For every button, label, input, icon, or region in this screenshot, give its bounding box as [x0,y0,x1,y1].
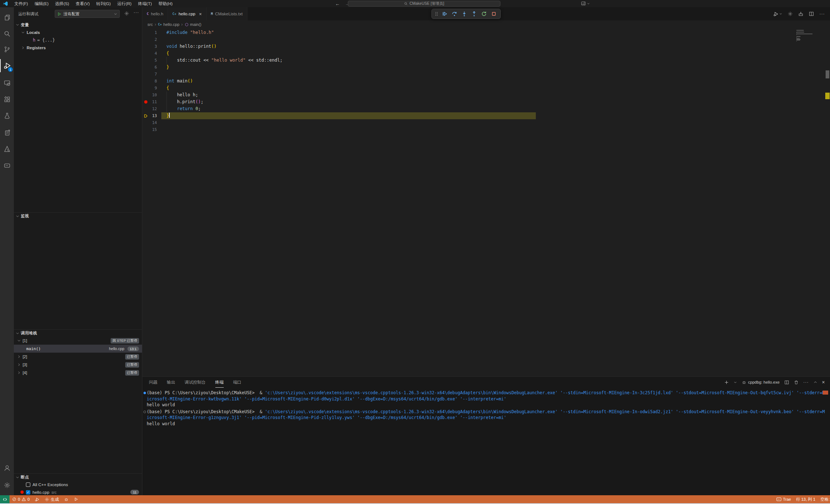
step-over-icon[interactable] [451,11,457,17]
menu-item-0[interactable]: 文件(F) [11,0,31,7]
explorer-icon[interactable] [0,11,14,24]
chat-icon[interactable] [0,159,14,172]
stop-icon[interactable] [491,11,497,17]
breakpoint-row-1[interactable]: ✓hello.cppsrc11 [14,488,142,496]
registers-group[interactable]: Registers [14,44,142,51]
new-terminal-icon[interactable] [724,380,729,385]
tab-CMakeLists.txt[interactable]: MCMakeLists.txt [207,7,247,20]
stack-thread-[4][interactable]: [4]已暂停 [14,369,142,377]
more-actions-icon[interactable]: ··· [819,11,825,16]
cursor-position[interactable]: 行 13, 列 1 [794,495,818,503]
run-and-debug-icon[interactable]: 1 [0,59,14,72]
overview-ruler[interactable] [825,28,830,376]
continue-icon[interactable] [442,11,447,17]
run-debug-icon[interactable] [773,11,782,17]
command-decoration[interactable] [143,411,146,413]
terminal-content[interactable]: (base) PS C:\Users\ziyou\Desktop\CMakeUS… [142,388,830,427]
stack-thread-[3][interactable]: [3]已暂停 [14,361,142,369]
remote-explorer-icon[interactable] [0,76,14,89]
chevron-down-icon [114,12,117,16]
minimap[interactable] [796,30,822,43]
breadcrumb-item-src[interactable]: src [147,22,153,27]
menu-item-7[interactable]: 帮助(H) [155,0,176,7]
chevron-down-icon[interactable] [734,381,737,384]
menu-item-6[interactable]: 终端(T) [135,0,155,7]
split-terminal-icon[interactable] [784,380,789,385]
step-into-icon[interactable] [461,11,467,17]
panel-tab-端口[interactable]: 端口 [233,377,242,388]
source-control-icon[interactable] [0,43,14,56]
tab-hello.h[interactable]: Chello.h [142,7,168,20]
menu-item-2[interactable]: 选择(S) [52,0,72,7]
menu-item-4[interactable]: 转到(G) [93,0,114,7]
account-icon[interactable] [0,461,14,474]
code-line-13: 13} [142,112,830,119]
editor-group: Chello.hC+hello.cpp×MCMakeLists.txt ··· … [142,7,830,495]
panel-tab-调试控制台[interactable]: 调试控制台 [185,377,206,388]
cmake-run-button[interactable] [71,495,81,503]
debug-config-dropdown[interactable]: 没有配置 [55,10,120,18]
cmake-icon[interactable] [0,142,14,155]
panel-tab-问题[interactable]: 问题 [149,377,157,388]
gear-icon[interactable] [124,11,129,16]
panel-tab-终端[interactable]: 终端 [215,377,224,388]
stack-frame-main[interactable]: main()hello.cpp13:1 [14,345,142,353]
gear-icon[interactable] [788,11,793,16]
code-line-8: 8int main() [142,78,830,85]
cmake-build-button[interactable]: 生成 [42,495,61,503]
variables-section: 变量 Locals h = {...} Registers [14,21,142,51]
notebook-icon[interactable] [0,126,14,139]
stack-thread-[1][interactable]: [1]因 STEP 已暂停 [14,337,142,345]
cmake-debug-button[interactable] [61,495,71,503]
breakpoint-checkbox[interactable] [26,482,30,487]
close-icon[interactable]: × [199,11,202,17]
code-editor[interactable]: 1#include "hello.h"23void hello::print()… [142,28,830,376]
remote-indicator[interactable] [0,495,9,503]
maximize-panel-icon[interactable] [814,380,817,384]
scrollbar-thumb[interactable] [826,70,829,78]
drag-handle[interactable] [435,12,438,16]
problems-status[interactable]: 0 0 [9,495,32,503]
stack-thread-[2][interactable]: [2]已暂停 [14,353,142,361]
split-editor-icon[interactable] [809,11,814,16]
breadcrumb-label: main() [190,22,201,27]
variable-row-h[interactable]: h = {...} [14,36,142,44]
back-icon[interactable]: ← [335,1,340,7]
indentation-status[interactable]: 空格: 4 [818,495,830,503]
testing-icon[interactable] [0,109,14,122]
menu-item-1[interactable]: 编辑(E) [31,0,52,7]
call-stack-header[interactable]: 调用堆栈 [14,329,142,337]
menu-item-3[interactable]: 查看(V) [72,0,93,7]
settings-gear-icon[interactable] [0,478,14,492]
command-center-search[interactable]: CMakeUSE [管理员] [348,1,500,7]
breadcrumb-item-hello.cpp[interactable]: C+hello.cpp [158,22,180,27]
customize-layout-button[interactable] [581,1,590,6]
terminal-instance[interactable]: cppdbg: hello.exe [742,380,780,385]
debug-launch-status[interactable] [32,495,42,503]
trash-icon[interactable] [794,380,799,385]
breakpoints-header[interactable]: 断点 [14,473,142,481]
breadcrumb-item-main()[interactable]: main() [185,22,201,27]
close-panel-icon[interactable]: × [822,379,825,385]
extensions-icon[interactable] [0,93,14,106]
trae-status[interactable]: Trae [774,495,794,503]
breakpoint-checkbox[interactable]: ✓ [26,490,30,495]
locals-group[interactable]: Locals [14,28,142,36]
search-icon[interactable] [0,27,14,40]
restart-icon[interactable] [481,11,487,17]
tab-hello.cpp[interactable]: C+hello.cpp× [168,7,206,20]
menu-item-5[interactable]: 运行(R) [114,0,135,7]
more-actions-icon[interactable]: ··· [134,10,139,15]
step-out-icon[interactable] [471,11,477,17]
breakpoint-row-0[interactable]: All C++ Exceptions [14,481,142,488]
watch-header[interactable]: 监视 [14,212,142,220]
open-changes-icon[interactable] [798,11,803,16]
line-number: 7 [147,71,157,78]
command-decoration[interactable] [143,392,146,394]
variables-header[interactable]: 变量 [14,21,142,28]
panel-tab-输出[interactable]: 输出 [167,377,175,388]
start-debug-icon[interactable] [57,12,61,16]
more-icon[interactable]: ··· [803,380,809,385]
tabs: Chello.hC+hello.cpp×MCMakeLists.txt [142,7,247,20]
debug-terminal-icon [742,380,746,385]
